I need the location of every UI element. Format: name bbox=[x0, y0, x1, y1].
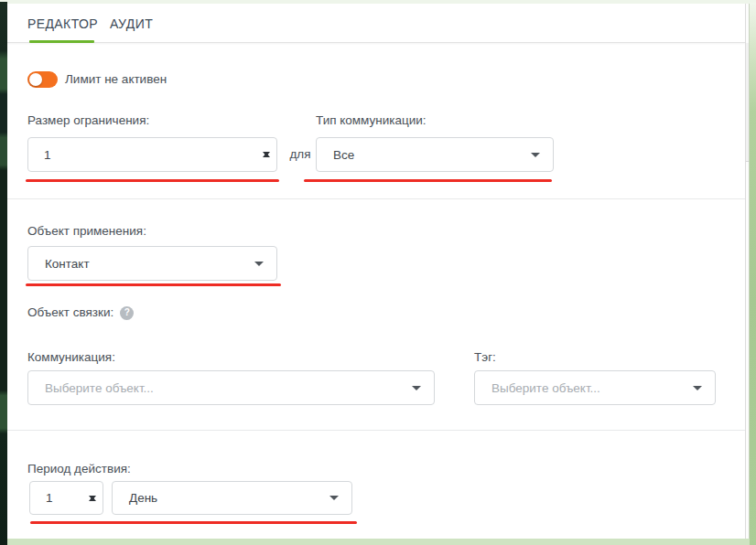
communication-type-label: Тип коммуникации: bbox=[316, 113, 427, 128]
triangle-down-icon bbox=[89, 496, 96, 514]
tag-select[interactable]: Выберите объект... bbox=[474, 370, 716, 405]
communication-placeholder: Выберите объект... bbox=[45, 381, 154, 395]
limit-size-spinner bbox=[263, 138, 270, 171]
tab-audit[interactable]: АУДИТ bbox=[110, 4, 153, 43]
apply-object-label: Объект применения: bbox=[27, 224, 146, 239]
for-connector-text: для bbox=[282, 137, 319, 172]
section-divider bbox=[7, 198, 745, 199]
communication-label: Коммуникация: bbox=[27, 350, 115, 365]
background-sidebar-strip bbox=[0, 2, 7, 545]
period-label: Период действия: bbox=[27, 462, 131, 476]
spinner-down-button[interactable] bbox=[263, 156, 270, 170]
chevron-down-icon bbox=[531, 153, 540, 157]
editor-panel: РЕДАКТОР АУДИТ Лимит не активен Размер о… bbox=[7, 4, 745, 539]
active-tab-indicator bbox=[29, 40, 94, 43]
chevron-down-icon bbox=[254, 262, 264, 266]
toggle-knob-icon bbox=[29, 73, 42, 86]
link-object-label: Объект связки: bbox=[27, 305, 113, 320]
link-object-label-row: Объект связки: ? bbox=[27, 305, 134, 320]
chevron-down-icon bbox=[329, 496, 339, 500]
type-validation-underline bbox=[304, 179, 552, 182]
size-validation-underline bbox=[26, 179, 279, 182]
apply-object-select[interactable]: Контакт bbox=[27, 246, 277, 281]
period-spinner bbox=[89, 482, 96, 514]
background-page-strip bbox=[750, 3, 756, 545]
limit-size-input[interactable] bbox=[28, 138, 253, 171]
tab-editor[interactable]: РЕДАКТОР bbox=[27, 4, 98, 43]
apply-object-value: Контакт bbox=[45, 257, 90, 271]
period-value-input[interactable] bbox=[30, 482, 79, 514]
tab-bar: РЕДАКТОР АУДИТ bbox=[7, 4, 745, 43]
period-unit-value: День bbox=[129, 491, 157, 505]
limit-toggle-label: Лимит не активен bbox=[65, 71, 167, 88]
tag-label: Тэг: bbox=[474, 350, 496, 365]
spinner-down-button[interactable] bbox=[89, 500, 96, 514]
limit-size-field bbox=[27, 137, 277, 172]
scrollbar-thumb[interactable] bbox=[746, 43, 749, 162]
apply-validation-underline bbox=[26, 283, 281, 286]
question-icon[interactable]: ? bbox=[120, 306, 134, 320]
triangle-down-icon bbox=[263, 152, 270, 170]
communication-select[interactable]: Выберите объект... bbox=[27, 370, 435, 405]
tag-placeholder: Выберите объект... bbox=[491, 381, 600, 395]
chevron-down-icon bbox=[412, 386, 421, 390]
section-divider bbox=[7, 430, 745, 431]
period-unit-select[interactable]: День bbox=[112, 481, 352, 515]
communication-type-select[interactable]: Все bbox=[316, 137, 554, 172]
spinner-up-button[interactable] bbox=[263, 139, 270, 153]
communication-type-value: Все bbox=[333, 148, 354, 162]
limit-size-label: Размер ограничения: bbox=[27, 113, 149, 128]
vertical-scrollbar[interactable] bbox=[745, 4, 750, 539]
background-bottom-strip bbox=[7, 539, 750, 545]
period-validation-underline bbox=[30, 521, 357, 524]
chevron-down-icon bbox=[693, 386, 702, 390]
spinner-up-button[interactable] bbox=[89, 483, 96, 497]
limit-active-toggle[interactable] bbox=[27, 71, 58, 88]
period-value-field bbox=[29, 481, 103, 515]
